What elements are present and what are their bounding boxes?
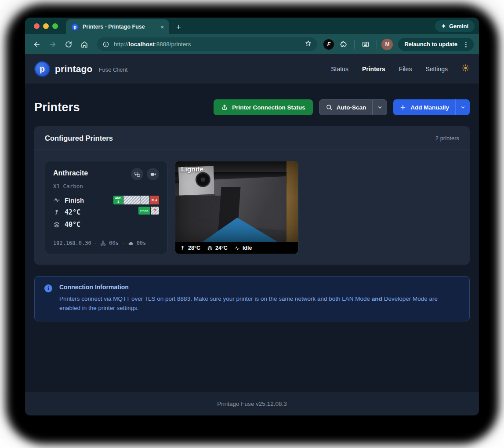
nav-printers[interactable]: Printers — [362, 66, 385, 73]
video-camera-icon[interactable] — [147, 168, 159, 180]
bookmark-star-icon[interactable] — [305, 40, 312, 49]
camera-printer-name: Lignite — [181, 165, 203, 173]
upload-icon — [221, 104, 228, 111]
page-title-row: Printers Printer Connection Status Auto-… — [34, 99, 470, 115]
ams-strip: AMS1 PLA — [113, 196, 159, 204]
main-nav: Status Printers Files Settings — [331, 64, 470, 74]
nozzle-icon — [180, 245, 185, 251]
site-info-icon[interactable] — [102, 41, 109, 48]
nav-files[interactable]: Files — [399, 66, 412, 73]
banner-title: Connection Information — [59, 284, 460, 291]
cloud-time: 00s — [137, 240, 146, 246]
url-text[interactable]: http://localhost:8888/printers — [114, 41, 300, 47]
bed-temp-row: 40°C — [53, 220, 159, 229]
panel-body: Anthracite X1 Carbon — [34, 149, 470, 265]
connection-info-banner: i Connection Information Printers connec… — [34, 276, 470, 321]
printer-status: Finish — [65, 197, 84, 204]
printer-connection-status-label: Printer Connection Status — [232, 104, 305, 111]
printer-stats: Finish 42°C 40°C — [53, 196, 159, 229]
sparkle-icon: ✦ — [441, 23, 446, 29]
toolbar-divider — [354, 40, 355, 49]
info-icon: i — [44, 284, 52, 292]
new-tab-button[interactable]: + — [176, 23, 181, 31]
search-icon — [326, 104, 333, 111]
brand-name: printago — [55, 64, 93, 74]
auto-scan-dropdown[interactable] — [372, 100, 387, 115]
browser-toolbar: http://localhost:8888/printers F M Relau… — [25, 34, 479, 54]
profile-avatar[interactable]: M — [381, 39, 393, 50]
printer-card-anthracite[interactable]: Anthracite X1 Carbon — [45, 161, 167, 254]
browser-tab[interactable]: p Printers - Printago Fuse × — [66, 19, 169, 34]
printer-model: X1 Carbon — [53, 183, 159, 189]
version-text: Printago Fuse v25.12.08.3 — [217, 401, 286, 407]
layers-icon — [53, 221, 60, 228]
close-window-button[interactable] — [34, 23, 40, 29]
ams-badge: AMS1 — [113, 196, 123, 204]
reload-icon[interactable] — [62, 38, 75, 51]
ams-slot-empty-3 — [141, 196, 149, 204]
printer-card-footer: 192.168.0.30 · 00s · 00s — [53, 240, 159, 246]
add-manually-main[interactable]: Add Manually — [393, 99, 455, 115]
traffic-lights — [34, 23, 58, 29]
nav-status[interactable]: Status — [331, 66, 348, 73]
printer-connection-status-button[interactable]: Printer Connection Status — [214, 99, 313, 115]
screens-icon[interactable] — [131, 168, 143, 180]
tab-strip: p Printers - Printago Fuse × + ✦ Gemini — [25, 18, 479, 34]
theme-toggle-sun-icon[interactable] — [461, 64, 470, 74]
add-manually-label: Add Manually — [410, 104, 449, 111]
home-icon[interactable] — [78, 38, 91, 51]
separator-dot: · — [122, 240, 125, 246]
camera-status-bar: 28°C 24°C Idle — [175, 242, 298, 254]
separator-dot: · — [94, 240, 98, 246]
screenshot-stage: p Printers - Printago Fuse × + ✦ Gemini — [0, 0, 504, 448]
extension-icon[interactable]: F — [323, 39, 334, 50]
camera-feed-vignette — [175, 161, 298, 242]
zoom-window-button[interactable] — [52, 23, 58, 29]
app-footer: Printago Fuse v25.12.08.3 — [25, 392, 479, 415]
forward-icon[interactable] — [46, 38, 59, 51]
card-divider — [53, 235, 159, 235]
puzzle-icon[interactable] — [337, 38, 350, 51]
relaunch-to-update-button[interactable]: Relaunch to update ⋮ — [398, 38, 474, 51]
panel-header: Configured Printers 2 printers — [34, 126, 470, 149]
filament-badges: AMS1 PLA SPOOL ? — [113, 196, 159, 215]
camera-card-lignite[interactable]: Lignite 28°C 24°C — [175, 161, 298, 254]
camera-bed-temp: 24°C — [215, 245, 228, 251]
toolbar-divider-2 — [377, 40, 377, 49]
camera-status-item: Idle — [234, 245, 252, 251]
add-manually-button: Add Manually — [393, 99, 470, 115]
nav-settings[interactable]: Settings — [425, 66, 448, 73]
tab-favicon-icon: p — [71, 23, 79, 31]
printer-count: 2 printers — [435, 135, 459, 142]
menu-dots-icon[interactable]: ⋮ — [460, 40, 472, 48]
page-actions: Printer Connection Status Auto-Scan — [214, 99, 470, 115]
back-icon[interactable] — [30, 38, 44, 51]
tab-title: Printers - Printago Fuse — [83, 24, 156, 30]
url-bar[interactable]: http://localhost:8888/printers — [97, 37, 317, 51]
lan-icon — [100, 240, 106, 246]
auto-scan-button: Auto-Scan — [319, 99, 388, 115]
camera-feed — [175, 161, 298, 242]
ams-slot-empty-1 — [123, 196, 132, 204]
printer-ip: 192.168.0.30 — [53, 240, 91, 246]
printer-card-actions — [131, 168, 159, 180]
ams-slot-empty-2 — [132, 196, 141, 204]
app-header: p printago Fuse Client Status Printers F… — [25, 54, 479, 84]
add-manually-dropdown[interactable] — [455, 99, 470, 115]
printago-logo-icon: p — [34, 61, 50, 77]
chevron-down-icon — [377, 105, 383, 110]
plus-icon — [399, 104, 406, 111]
ams-slot-pla: PLA — [150, 196, 159, 204]
camera-nozzle-temp: 28°C — [188, 245, 200, 251]
gemini-button[interactable]: ✦ Gemini — [435, 20, 475, 32]
minimize-window-button[interactable] — [43, 23, 49, 29]
side-panel-search-icon[interactable] — [359, 38, 372, 51]
auto-scan-main[interactable]: Auto-Scan — [319, 100, 373, 115]
main-content: Printers Printer Connection Status Auto-… — [25, 84, 479, 415]
panel-title: Configured Printers — [45, 134, 113, 142]
page-title: Printers — [34, 101, 80, 114]
printer-name: Anthracite — [53, 169, 88, 177]
tab-close-icon[interactable]: × — [160, 24, 165, 30]
layers-icon — [207, 245, 213, 251]
auto-scan-label: Auto-Scan — [337, 104, 366, 111]
